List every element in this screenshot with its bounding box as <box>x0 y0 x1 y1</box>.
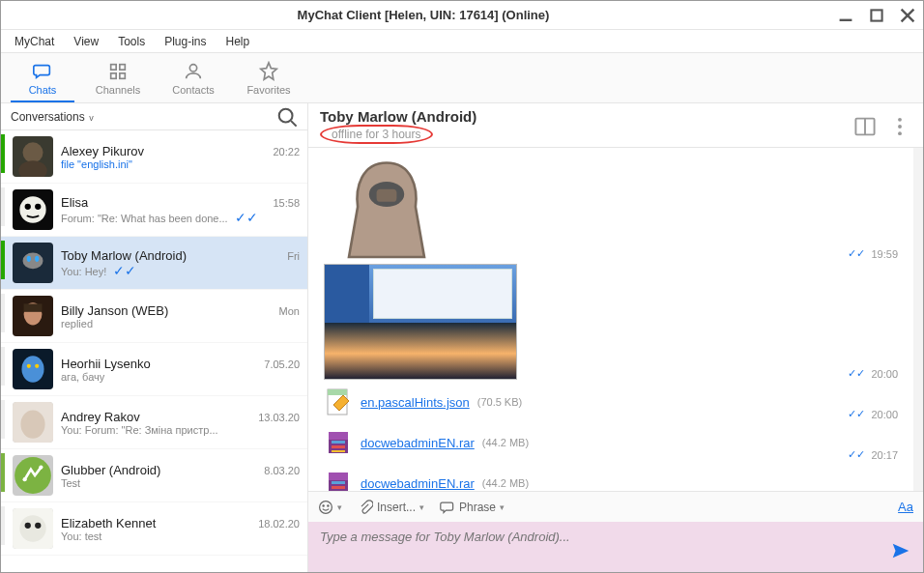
chat-pane: Toby Marlow (Android) offline for 3 hour… <box>308 103 923 573</box>
file-link[interactable]: docwebadminEN.rar <box>361 476 475 491</box>
window-controls <box>838 8 915 23</box>
tab-favorites-label: Favorites <box>246 84 290 96</box>
menu-tools[interactable]: Tools <box>110 33 153 50</box>
file-link[interactable]: docwebadminEN.rar <box>361 436 475 450</box>
more-button[interactable] <box>888 115 911 138</box>
status-indicator <box>1 134 5 173</box>
avatar <box>13 349 53 389</box>
message-input[interactable] <box>320 530 890 544</box>
phrase-button[interactable]: Phrase▾ <box>440 500 505 515</box>
conversation-item[interactable]: Heorhii Lysenko7.05.20 ага, бачу <box>1 343 307 396</box>
svg-point-26 <box>21 356 43 382</box>
conversation-item[interactable]: Alexey Pikurov20:22 file "english.ini" <box>1 130 307 184</box>
conversation-time: 8.03.20 <box>264 465 300 476</box>
contact-name: Andrey Rakov <box>61 410 140 424</box>
scrollbar-thumb[interactable] <box>913 395 923 477</box>
send-button[interactable] <box>890 540 911 564</box>
read-receipt-icon: ✓✓ <box>235 210 258 225</box>
svg-point-33 <box>39 466 43 470</box>
svg-rect-55 <box>332 486 345 489</box>
conversation-item[interactable]: Andrey Rakov13.03.20 You: Forum: "Re: Зм… <box>1 396 307 449</box>
tab-contacts[interactable]: Contacts <box>156 53 231 102</box>
conversation-list[interactable]: Alexey Pikurov20:22 file "english.ini" E… <box>1 130 307 573</box>
menu-mychat[interactable]: MyChat <box>7 33 62 50</box>
conversation-preview: Forum: "Re: What has been done... ✓✓ <box>61 210 300 225</box>
composer <box>308 522 923 573</box>
maximize-button[interactable] <box>869 8 884 23</box>
read-receipt-icon: ✓✓ <box>113 263 136 278</box>
file-link[interactable]: en.pascalHints.json <box>361 395 470 410</box>
chat-header: Toby Marlow (Android) offline for 3 hour… <box>308 103 923 148</box>
svg-rect-48 <box>329 432 348 440</box>
conversation-preview: You: Hey! ✓✓ <box>61 263 300 278</box>
svg-rect-50 <box>332 445 345 448</box>
conversations-header: Conversations v <box>1 103 307 130</box>
file-size: (44.2 MB) <box>482 437 529 448</box>
read-receipt-icon: ✓✓ <box>848 367 865 380</box>
menu-help[interactable]: Help <box>218 33 258 50</box>
message-time: 20:00 <box>871 368 898 380</box>
message-time: 19:59 <box>871 248 898 260</box>
conversation-item[interactable]: Glubber (Android)8.03.20 Test <box>1 449 307 502</box>
avatar <box>13 136 53 177</box>
status-indicator <box>1 453 5 492</box>
svg-point-31 <box>14 457 51 494</box>
svg-point-8 <box>189 64 196 71</box>
svg-point-58 <box>323 504 324 505</box>
svg-rect-49 <box>332 441 345 444</box>
tab-channels[interactable]: Channels <box>80 53 156 102</box>
message-list[interactable]: ✓✓19:59 ✓✓20:00 en.pascalHints.json (70.… <box>308 148 923 491</box>
conversation-preview: file "english.ini" <box>61 158 300 170</box>
avatar <box>13 296 53 336</box>
search-button[interactable] <box>276 106 298 128</box>
conversation-item[interactable]: Elisa15:58 Forum: "Re: What has been don… <box>1 184 307 237</box>
svg-point-19 <box>23 253 43 270</box>
file-size: (44.2 MB) <box>482 477 529 489</box>
contact-name: Elisa <box>61 195 88 210</box>
conversation-item[interactable]: Billy Janson (WEB)Mon replied <box>1 290 307 343</box>
screenshot-thumbnail[interactable] <box>324 264 517 380</box>
message-time: 20:18 <box>871 490 898 492</box>
minimize-button[interactable] <box>838 8 853 23</box>
chat-status: offline for 3 hours <box>320 125 433 144</box>
toolbar: Chats Channels Contacts Favorites <box>1 53 923 103</box>
menubar: MyChat View Tools Plug-ins Help <box>1 30 923 53</box>
conversations-title[interactable]: Conversations v <box>11 110 276 124</box>
status-indicator <box>1 187 5 226</box>
message-file-row: docwebadminEN.rar (44.2 MB) ✓✓20:17 <box>318 424 898 461</box>
avatar <box>13 508 53 549</box>
formatting-button[interactable]: Aa <box>898 500 913 514</box>
svg-rect-53 <box>329 473 348 480</box>
attach-button[interactable]: Insert...▾ <box>358 500 424 515</box>
emoji-button[interactable]: ▾ <box>318 500 342 515</box>
svg-point-30 <box>20 410 44 438</box>
svg-rect-24 <box>24 303 43 311</box>
split-view-button[interactable] <box>853 115 877 138</box>
main-area: Conversations v Alexey Pikurov20:22 file… <box>1 103 923 573</box>
svg-point-16 <box>25 204 31 210</box>
status-indicator <box>1 294 5 332</box>
conversation-item[interactable]: Elizabeth Kennet18.02.20 You: test <box>1 502 307 556</box>
close-button[interactable] <box>900 8 915 23</box>
message-file-row: docwebadminEN.rar (44.2 MB) ✓✓20:18 <box>318 465 898 491</box>
menu-plugins[interactable]: Plug-ins <box>157 33 214 50</box>
avatar <box>13 455 53 496</box>
chat-title: Toby Marlow (Android) <box>320 108 853 125</box>
svg-point-59 <box>328 504 329 505</box>
tab-chats[interactable]: Chats <box>5 53 80 102</box>
channels-icon <box>107 61 129 82</box>
svg-rect-6 <box>111 72 117 78</box>
svg-point-17 <box>35 204 41 210</box>
contact-name: Billy Janson (WEB) <box>61 303 168 318</box>
conversation-preview: replied <box>61 318 300 329</box>
svg-point-27 <box>27 364 31 368</box>
tab-chats-label: Chats <box>29 84 57 96</box>
titlebar: MyChat Client [Helen, UIN: 17614] (Onlin… <box>1 1 923 30</box>
tab-favorites[interactable]: Favorites <box>231 53 306 102</box>
read-receipt-icon: ✓✓ <box>848 489 865 491</box>
menu-view[interactable]: View <box>66 33 106 50</box>
conversation-item[interactable]: Toby Marlow (Android)Fri You: Hey! ✓✓ <box>1 237 307 290</box>
contact-name: Toby Marlow (Android) <box>61 248 187 263</box>
contact-name: Heorhii Lysenko <box>61 357 151 371</box>
status-indicator <box>1 347 5 386</box>
